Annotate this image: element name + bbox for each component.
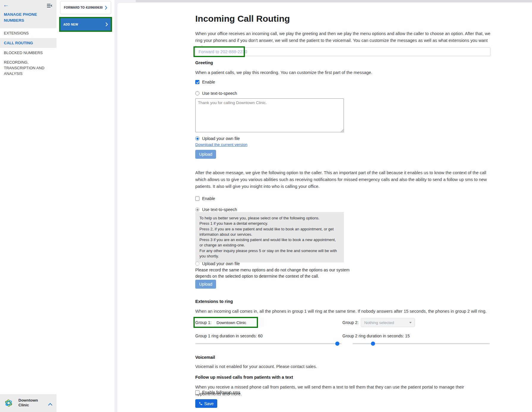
sidebar-title: MANAGE PHONE NUMBERS [4,12,48,23]
voicemail-heading: Voicemail [195,355,215,360]
save-label: Save [204,401,214,406]
greeting-description: When a patient calls, we play this recor… [195,69,490,76]
sidebar-item-label: CALL ROUTING [4,41,33,45]
followup-heading: Follow up missed calls from patients wit… [195,375,293,380]
radio-selected-icon[interactable] [195,136,199,141]
save-button[interactable]: Save [195,399,217,408]
menu-enable-label: Enable [202,196,215,201]
phone-icon [199,402,203,405]
clinic-account-switcher[interactable]: Downtown Clinic [0,394,56,412]
greeting-tts-label: Use text-to-speech [202,91,237,96]
menu-upload-own-radio-disabled: Upload your own file [195,261,240,266]
call-routing-content: Incoming Call Routing When your office r… [117,3,532,412]
radio-disabled-icon [195,262,199,266]
download-current-version-link[interactable]: Download the current version [195,142,248,147]
forward-number-card[interactable]: FORWARD TO 4109600630 [60,1,111,14]
greeting-tts-textarea[interactable]: Thank you for calling Downtown Clinic. [195,98,344,132]
menu-tts-label: Use text-to-speech [202,207,237,212]
extensions-heading: Extensions to ring [195,299,233,304]
sidebar-item-label: EXTENSIONS [4,31,29,35]
menu-options-intro: After the above message, we give the fol… [195,169,490,190]
sidebar-item-label: RECORDING, TRANSCRIPTION AND ANALYSIS [4,59,48,76]
record-note: Please record the same menu options and … [195,267,353,279]
group1-duration-slider[interactable] [195,342,341,346]
greeting-heading: Greeting [195,60,213,65]
group2-select[interactable]: Nothing selected [361,318,415,327]
top-scroll-strip [136,0,532,2]
greeting-tts-radio[interactable]: Use text-to-speech [195,91,237,96]
group1-select[interactable]: Downtown Clinic [214,318,264,327]
chevron-up-icon[interactable] [49,404,52,407]
phone-numbers-panel: FORWARD TO 4109600630 ADD NEW [56,0,114,412]
sidebar-item-label: BLOCKED NUMBERS [4,51,43,55]
sidebar-item-recording-transcription[interactable]: RECORDING, TRANSCRIPTION AND ANALYSIS [0,58,56,81]
collapse-menu-icon[interactable] [46,3,52,9]
sidebar-item-blocked-numbers[interactable]: BLOCKED NUMBERS [0,48,56,58]
clinic-name: Downtown Clinic [18,398,45,408]
back-arrow-icon[interactable]: ← [3,2,9,8]
checkbox-checked-icon[interactable] [195,80,199,84]
group1-duration-label: Group 1 ring duration in seconds: 60 [195,334,262,338]
sidebar-item-call-routing[interactable]: CALL ROUTING [0,38,56,48]
menu-upload-button[interactable]: Upload [195,280,216,289]
sidebar-header: ← MANAGE PHONE NUMBERS [0,0,56,28]
greeting-enable-checkbox[interactable]: Enable [195,80,215,84]
checkbox-unchecked-icon[interactable] [195,196,199,201]
sidebar: ← MANAGE PHONE NUMBERS EXTENSIONS CALL R… [0,0,56,412]
greeting-enable-label: Enable [202,80,215,84]
radio-unselected-icon[interactable] [195,91,199,95]
followup-sms-checkbox[interactable]: Enable followup sms [195,390,240,395]
group2-row: Group 2: Nothing selected [342,318,415,327]
add-new-label: ADD NEW [63,23,78,26]
chevron-right-icon [106,22,108,26]
greeting-upload-button[interactable]: Upload [195,150,216,159]
incoming-call-routing-page: ← MANAGE PHONE NUMBERS EXTENSIONS CALL R… [0,0,532,412]
slider-thumb[interactable] [371,342,375,346]
group2-label: Group 2: [342,320,358,325]
caret-down-icon [409,322,412,323]
add-new-number-button[interactable]: ADD NEW [59,17,112,32]
group1-row: Group 1: Downtown Clinic [195,318,264,327]
extensions-description: When an incoming call comes in, all the … [195,308,490,315]
group2-duration-label: Group 2 ring duration in seconds: 15 [342,334,410,338]
group2-select-value: Nothing selected [364,320,394,325]
menu-tts-radio-disabled: Use text-to-speech [195,207,237,212]
clinic-logo-icon [4,399,13,408]
menu-options-script: To help us better serve you, please sele… [195,212,344,262]
sidebar-item-extensions[interactable]: EXTENSIONS [0,28,56,38]
followup-sms-label: Enable followup sms [202,390,240,395]
menu-upload-own-label: Upload your own file [202,261,240,266]
greeting-upload-own-label: Upload your own file [202,136,240,141]
radio-disabled-selected-icon [195,207,199,212]
greeting-upload-own-radio[interactable]: Upload your own file [195,136,240,141]
forward-number-label: FORWARD TO 4109600630 [64,6,103,9]
forward-number-input[interactable] [195,47,490,56]
voicemail-description: Voicemail is not enabled for your accoun… [195,363,490,370]
group2-duration-slider[interactable] [352,342,490,346]
slider-track[interactable] [195,343,341,344]
group1-label: Group 1: [195,320,211,325]
checkbox-unchecked-icon[interactable] [195,390,199,394]
page-title: Incoming Call Routing [195,14,290,24]
chevron-right-icon [105,6,107,10]
menu-enable-checkbox[interactable]: Enable [195,196,215,201]
slider-thumb[interactable] [335,342,339,346]
